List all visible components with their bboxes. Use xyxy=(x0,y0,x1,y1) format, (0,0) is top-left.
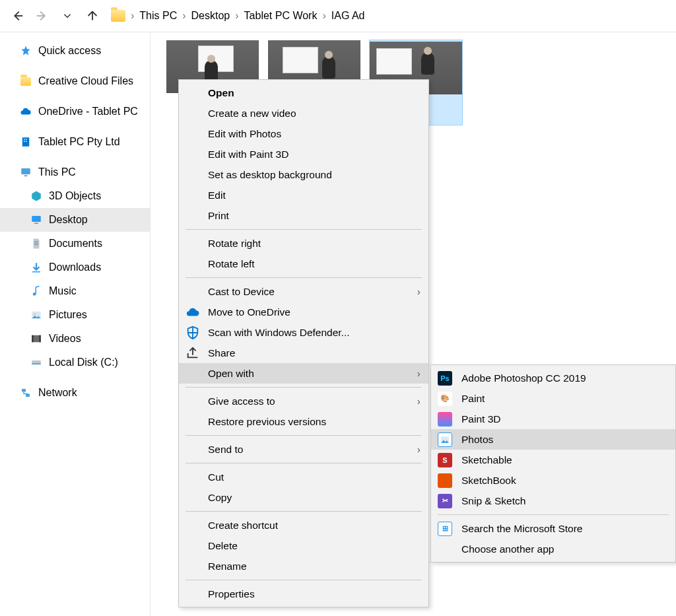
sidebar-item-music[interactable]: Music xyxy=(0,279,150,303)
breadcrumb[interactable]: › This PC › Desktop › Tablet PC Work › I… xyxy=(111,10,364,22)
menu-item-rename[interactable]: Rename xyxy=(179,556,428,576)
sidebar-item-creative-cloud[interactable]: Creative Cloud Files xyxy=(0,69,150,93)
menu-item-open[interactable]: Open xyxy=(179,83,428,103)
sidebar-item-label: Documents xyxy=(49,238,102,250)
menu-item-restore-previous[interactable]: Restore previous versions xyxy=(179,411,428,432)
sidebar-item-documents[interactable]: Documents xyxy=(0,232,150,256)
svg-rect-3 xyxy=(24,141,25,143)
building-icon xyxy=(20,136,32,148)
chevron-right-icon: › xyxy=(417,368,421,380)
menu-item-rotate-right[interactable]: Rotate right xyxy=(179,233,428,254)
breadcrumb-segment[interactable]: Tablet PC Work xyxy=(244,10,318,22)
sidebar-item-tablet-pc[interactable]: Tablet PC Pty Ltd xyxy=(0,130,150,154)
menu-item-give-access[interactable]: Give access to› xyxy=(179,391,428,411)
sidebar-item-network[interactable]: Network xyxy=(0,381,150,405)
svg-rect-2 xyxy=(26,139,27,141)
menu-item-set-background[interactable]: Set as desktop background xyxy=(179,164,428,185)
submenu-item-choose-another[interactable]: Choose another app xyxy=(431,539,675,559)
submenu-item-photoshop[interactable]: Ps Adobe Photoshop CC 2019 xyxy=(431,368,675,388)
desktop-icon xyxy=(30,214,42,226)
network-icon xyxy=(20,387,32,399)
menu-item-create-shortcut[interactable]: Create shortcut xyxy=(179,515,428,535)
submenu-item-snip-sketch[interactable]: ✂ Snip & Sketch xyxy=(431,491,675,511)
menu-separator xyxy=(186,580,422,580)
submenu-item-sketchable[interactable]: S Sketchable xyxy=(431,450,675,470)
breadcrumb-segment[interactable]: This PC xyxy=(139,10,177,22)
menu-item-print[interactable]: Print xyxy=(179,205,428,226)
sidebar-item-onedrive[interactable]: OneDrive - Tablet PC xyxy=(0,100,150,123)
menu-item-share[interactable]: Share xyxy=(179,343,428,363)
folder-icon xyxy=(111,10,125,22)
menu-item-copy[interactable]: Copy xyxy=(179,487,428,508)
submenu-item-paint[interactable]: 🎨 Paint xyxy=(431,388,675,409)
svg-rect-1 xyxy=(24,139,25,141)
context-menu: Open Create a new video Edit with Photos… xyxy=(178,79,429,607)
sidebar-item-label: Quick access xyxy=(38,45,101,57)
sidebar-item-local-disk[interactable]: Local Disk (C:) xyxy=(0,351,150,374)
menu-item-properties[interactable]: Properties xyxy=(179,584,428,604)
sidebar-item-label: This PC xyxy=(38,166,76,178)
back-button[interactable] xyxy=(7,5,28,26)
menu-separator xyxy=(186,387,422,388)
menu-separator xyxy=(186,229,422,230)
sidebar-item-pictures[interactable]: Pictures xyxy=(0,303,150,327)
video-icon xyxy=(30,333,42,345)
submenu-item-search-store[interactable]: ⊞ Search the Microsoft Store xyxy=(431,518,675,539)
menu-item-rotate-left[interactable]: Rotate left xyxy=(179,254,428,274)
menu-separator xyxy=(186,463,422,463)
svg-rect-14 xyxy=(32,335,33,343)
folder-icon xyxy=(20,75,32,87)
sidebar-item-videos[interactable]: Videos xyxy=(0,327,150,351)
svg-point-12 xyxy=(34,313,36,315)
computer-icon xyxy=(20,166,32,178)
menu-item-create-video[interactable]: Create a new video xyxy=(179,103,428,123)
shield-icon xyxy=(186,325,200,340)
svg-rect-17 xyxy=(32,364,41,365)
menu-separator xyxy=(186,435,422,436)
music-icon xyxy=(30,285,42,297)
sidebar-item-quick-access[interactable]: Quick access xyxy=(0,39,150,63)
menu-item-cut[interactable]: Cut xyxy=(179,467,428,487)
menu-item-scan-defender[interactable]: Scan with Windows Defender... xyxy=(179,322,428,343)
sidebar-item-label: Desktop xyxy=(49,214,88,226)
svg-rect-8 xyxy=(34,223,38,224)
submenu-item-paint3d[interactable]: Paint 3D xyxy=(431,409,675,429)
menu-item-edit-photos[interactable]: Edit with Photos xyxy=(179,123,428,144)
cloud-icon xyxy=(186,305,200,320)
chevron-right-icon: › xyxy=(235,10,238,22)
forward-button[interactable] xyxy=(32,5,53,26)
star-icon xyxy=(20,45,32,57)
sidebar-item-downloads[interactable]: Downloads xyxy=(0,256,150,279)
svg-rect-9 xyxy=(32,271,40,273)
menu-item-edit[interactable]: Edit xyxy=(179,185,428,205)
photoshop-icon: Ps xyxy=(438,371,452,386)
disk-icon xyxy=(30,357,42,368)
menu-item-delete[interactable]: Delete xyxy=(179,535,428,556)
recent-locations-button[interactable] xyxy=(57,5,78,26)
menu-item-edit-paint3d[interactable]: Edit with Paint 3D xyxy=(179,144,428,164)
menu-item-cast[interactable]: Cast to Device› xyxy=(179,281,428,302)
menu-separator xyxy=(186,511,422,512)
chevron-right-icon: › xyxy=(417,444,421,456)
picture-icon xyxy=(30,309,42,321)
chevron-right-icon: › xyxy=(182,10,186,22)
store-icon: ⊞ xyxy=(438,522,452,536)
menu-item-move-onedrive[interactable]: Move to OneDrive xyxy=(179,302,428,322)
open-with-submenu: Ps Adobe Photoshop CC 2019 🎨 Paint Paint… xyxy=(430,364,676,563)
svg-rect-7 xyxy=(32,216,41,222)
sidebar-item-label: Downloads xyxy=(49,261,101,273)
sidebar-item-label: Videos xyxy=(49,333,81,345)
breadcrumb-segment[interactable]: IAG Ad xyxy=(331,10,365,22)
download-icon xyxy=(30,261,42,273)
sidebar-item-3d-objects[interactable]: 3D Objects xyxy=(0,184,150,208)
sidebar-item-this-pc[interactable]: This PC xyxy=(0,160,150,184)
menu-separator xyxy=(186,277,422,278)
menu-item-send-to[interactable]: Send to› xyxy=(179,439,428,460)
sidebar-item-desktop[interactable]: Desktop xyxy=(0,208,150,232)
submenu-item-photos[interactable]: Photos xyxy=(431,429,675,450)
submenu-item-sketchbook[interactable]: SketchBook xyxy=(431,470,675,491)
up-button[interactable] xyxy=(82,5,103,26)
sidebar-item-label: Local Disk (C:) xyxy=(49,357,118,368)
breadcrumb-segment[interactable]: Desktop xyxy=(191,10,230,22)
menu-item-open-with[interactable]: Open with› xyxy=(179,363,428,384)
